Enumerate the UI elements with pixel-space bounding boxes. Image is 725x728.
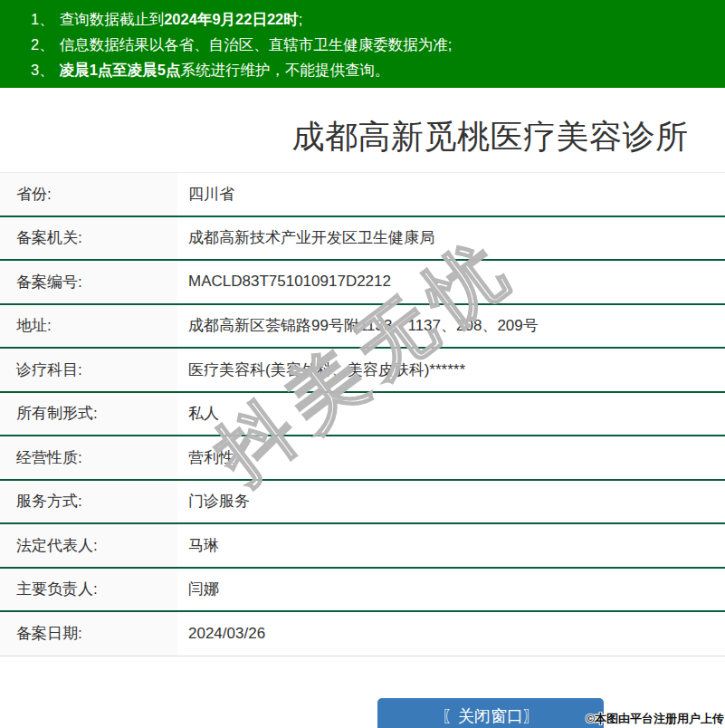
- row-value: 医疗美容科(美容外科、美容皮肤科)******: [177, 349, 725, 391]
- notice-text: 查询数据截止到: [60, 11, 165, 27]
- table-row-main-person-in-charge: 主要负责人: 闫娜: [0, 569, 725, 613]
- table-row-filing-authority: 备案机关: 成都高新技术产业开发区卫生健康局: [0, 217, 725, 262]
- row-value: 马琳: [177, 524, 725, 567]
- table-row-treatment-subjects: 诊疗科目: 医疗美容科(美容外科、美容皮肤科)******: [0, 349, 725, 393]
- close-window-button[interactable]: 〖关闭窗口〗: [377, 698, 604, 728]
- row-value: 营利性: [177, 436, 725, 479]
- notice-item: 1、查询数据截止到2024年9月22日22时;: [31, 6, 716, 32]
- row-label: 所有制形式:: [0, 393, 177, 436]
- row-value: 成都高新技术产业开发区卫生健康局: [177, 217, 725, 260]
- row-value: 闫娜: [177, 569, 725, 611]
- notice-item: 2、信息数据结果以各省、自治区、直辖市卫生健康委数据为准;: [31, 32, 716, 57]
- row-value: MACLD83T751010917D2212: [177, 261, 725, 303]
- row-label: 备案编号:: [0, 261, 177, 303]
- row-label: 省份:: [0, 173, 177, 216]
- institution-info-table: 省份: 四川省 备案机关: 成都高新技术产业开发区卫生健康局 备案编号: MAC…: [0, 172, 725, 656]
- page-title: 成都高新觅桃医疗美容诊所: [292, 118, 689, 155]
- table-row-filing-number: 备案编号: MACLD83T751010917D2212: [0, 261, 725, 305]
- notice-text: 系统进行维护，不能提供查询。: [181, 62, 390, 78]
- row-value: 2024/03/26: [177, 612, 725, 656]
- uploader-credit-watermark: ©本图由平台注册用户上传: [586, 711, 724, 727]
- row-label: 地址:: [0, 305, 177, 348]
- notice-item: 3、凌晨1点至凌晨5点系统进行维护，不能提供查询。: [31, 57, 716, 82]
- table-row-service-mode: 服务方式: 门诊服务: [0, 481, 725, 525]
- table-row-business-nature: 经营性质: 营利性: [0, 436, 725, 481]
- notice-number: 2、: [31, 36, 54, 53]
- notice-text-bold: 凌晨1点至凌晨5点: [60, 62, 181, 78]
- row-label: 备案日期:: [0, 612, 177, 656]
- row-label: 法定代表人:: [0, 524, 177, 567]
- notice-text: ;: [299, 11, 303, 27]
- row-label: 诊疗科目:: [0, 349, 177, 391]
- row-value: 四川省: [177, 173, 725, 216]
- row-value: 门诊服务: [177, 481, 725, 523]
- notice-number: 1、: [31, 11, 54, 27]
- table-row-legal-representative: 法定代表人: 马琳: [0, 524, 725, 569]
- row-label: 备案机关:: [0, 217, 177, 260]
- notice-text-bold: 2024年9月22日22时: [164, 11, 299, 27]
- row-label: 服务方式:: [0, 481, 177, 523]
- row-value: 成都高新区荟锦路99号附1133、1137、208、209号: [177, 305, 725, 348]
- row-label: 经营性质:: [0, 436, 177, 479]
- table-row-filing-date: 备案日期: 2024/03/26: [0, 612, 725, 656]
- row-value: 私人: [177, 393, 725, 436]
- table-row-province: 省份: 四川省: [0, 173, 725, 217]
- row-label: 主要负责人:: [0, 569, 177, 611]
- notice-number: 3、: [31, 62, 54, 78]
- table-row-ownership-type: 所有制形式: 私人: [0, 393, 725, 437]
- notice-text: 信息数据结果以各省、自治区、直辖市卫生健康委数据为准;: [60, 36, 453, 53]
- title-section: 成都高新觅桃医疗美容诊所: [0, 88, 725, 172]
- table-row-address: 地址: 成都高新区荟锦路99号附1133、1137、208、209号: [0, 305, 725, 350]
- notice-banner: 1、查询数据截止到2024年9月22日22时; 2、信息数据结果以各省、自治区、…: [0, 0, 725, 88]
